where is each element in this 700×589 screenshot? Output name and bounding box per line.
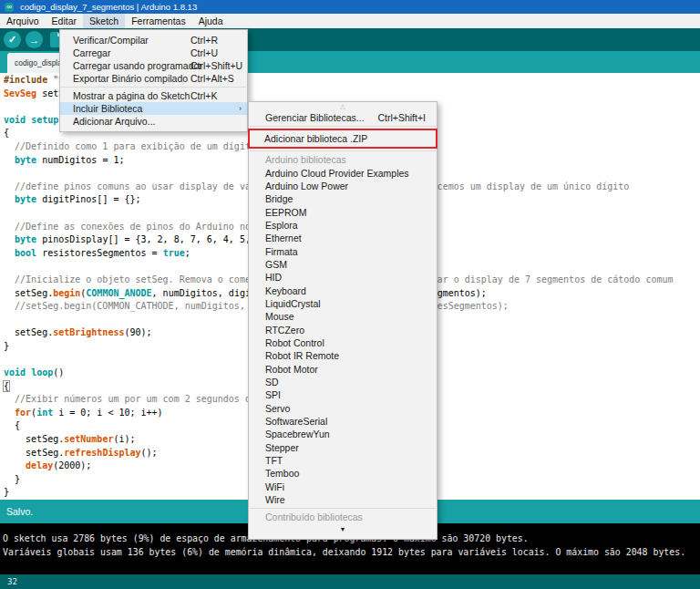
- submenu-item-gerenciar-bibliotecas-[interactable]: Gerenciar Bibliotecas...Ctrl+Shift+I: [249, 111, 437, 124]
- submenu-item-mouse[interactable]: Mouse: [249, 310, 437, 323]
- current-line-number: 32: [7, 577, 17, 586]
- code-token: {: [4, 381, 9, 391]
- menu-item-carregar[interactable]: CarregarCtrl+U: [60, 46, 247, 59]
- menu-item-carregar-usando-programador[interactable]: Carregar usando programadorCtrl+Shift+U: [60, 59, 247, 72]
- submenu-arrow-icon: ›: [239, 104, 242, 113]
- code-token: {: [4, 128, 9, 138]
- submenu-item-servo[interactable]: Servo: [249, 402, 437, 415]
- submenu-item-ethernet[interactable]: Ethernet: [249, 232, 437, 244]
- submenu-item-eeprom[interactable]: EEPROM: [249, 205, 437, 218]
- console-line: Variáveis globais usam 136 bytes (6%) de…: [3, 546, 700, 560]
- code-token: loop: [31, 367, 53, 377]
- menu-item-mostrar-a-p-gina-do-sketch[interactable]: Mostrar a página do SketchCtrl+K: [60, 89, 247, 102]
- submenu-item-label: Servo: [265, 403, 290, 414]
- submenu-item-label: SoftwareSerial: [265, 416, 327, 427]
- submenu-item-bridge[interactable]: Bridge: [249, 192, 437, 205]
- submenu-item-gsm[interactable]: GSM: [249, 258, 437, 271]
- submenu-item-spacebrewyun[interactable]: SpacebrewYun: [249, 428, 437, 440]
- submenu-item-firmata[interactable]: Firmata: [249, 244, 437, 257]
- code-token: byte: [15, 194, 36, 204]
- menubar-item-ajuda[interactable]: Ajuda: [192, 14, 230, 28]
- submenu-item-label: Temboo: [265, 468, 299, 479]
- submenu-item-label: Arduino Cloud Provider Examples: [265, 168, 409, 179]
- line-status-bar: 32: [0, 574, 700, 589]
- menu-item-adicionar-arquivo-[interactable]: Adicionar Arquivo...: [60, 115, 247, 128]
- menu-item-adicionar-biblioteca-zip[interactable]: Adicionar biblioteca .ZIP: [248, 129, 438, 149]
- submenu-item-liquidcrystal[interactable]: LiquidCrystal: [249, 297, 437, 310]
- menu-item-shortcut: Ctrl+K: [190, 90, 217, 101]
- arduino-app-icon: ∞: [5, 3, 14, 12]
- menu-item-verificar-compilar[interactable]: Verificar/CompilarCtrl+R: [60, 34, 247, 46]
- submenu-item-label: LiquidCrystal: [265, 298, 321, 309]
- code-token: COMMON_ANODE: [86, 288, 151, 298]
- submenu-item-wire[interactable]: Wire: [249, 493, 437, 506]
- submenu-item-arduino-cloud-provider-examples[interactable]: Arduino Cloud Provider Examples: [249, 166, 437, 179]
- menubar-item-editar[interactable]: Editar: [46, 14, 83, 28]
- menu-item-label: Exportar Binário compilado: [73, 73, 188, 84]
- code-token: setSeg.: [4, 434, 64, 444]
- code-token: ();: [141, 448, 158, 458]
- menu-item-exportar-bin-rio-compilado[interactable]: Exportar Binário compiladoCtrl+Alt+S: [60, 72, 247, 85]
- code-token: [4, 234, 15, 244]
- menu-item-label: Carregar usando programador: [73, 60, 202, 71]
- menu-item-label: Incluir Biblioteca: [73, 103, 142, 114]
- code-token: setup: [31, 115, 58, 125]
- submenu-item-label: Bridge: [265, 193, 293, 204]
- menu-item-incluir-biblioteca[interactable]: Incluir Biblioteca›: [60, 102, 247, 115]
- menubar-item-arquivo[interactable]: Arquivo: [0, 14, 46, 28]
- status-message: Salvo.: [6, 506, 33, 517]
- submenu-item-hid[interactable]: HID: [249, 271, 437, 284]
- scroll-up-icon[interactable]: △: [249, 102, 437, 111]
- scroll-down-icon[interactable]: ▼: [249, 524, 437, 535]
- code-token: for: [15, 408, 31, 418]
- menu-separator: [250, 126, 436, 127]
- menu-item-label: Adicionar Arquivo...: [73, 116, 155, 127]
- submenu-item-wifi[interactable]: WiFi: [249, 480, 437, 493]
- code-token: void: [4, 367, 26, 377]
- arduino-ide-window: ∞ codigo_display_7_segmentos | Arduino 1…: [0, 0, 700, 589]
- submenu-item-label: Robot IR Remote: [265, 350, 339, 361]
- submenu-item-robot-motor[interactable]: Robot Motor: [249, 363, 437, 376]
- menu-separator: [250, 508, 436, 509]
- code-token: int: [36, 408, 53, 418]
- code-token: (i);: [113, 434, 135, 444]
- submenu-section-header: Contribuído bibliotecas: [249, 511, 437, 523]
- menu-separator: [61, 87, 246, 88]
- submenu-item-softwareserial[interactable]: SoftwareSerial: [249, 415, 437, 428]
- code-token: SevSeg: [4, 88, 36, 98]
- submenu-item-arduino-low-power[interactable]: Arduino Low Power: [249, 180, 437, 192]
- submenu-item-label: Firmata: [265, 246, 298, 257]
- submenu-item-label: Arduino Low Power: [265, 181, 348, 191]
- code-token: i = 0; i < 10; i++): [53, 408, 162, 418]
- verify-button[interactable]: ✓: [4, 31, 21, 48]
- upload-button[interactable]: →: [26, 31, 43, 48]
- code-token: (): [53, 367, 64, 377]
- menubar-item-sketch[interactable]: Sketch: [83, 14, 125, 28]
- submenu-item-keyboard[interactable]: Keyboard: [249, 284, 437, 296]
- submenu-item-esplora[interactable]: Esplora: [249, 219, 437, 232]
- code-token: [4, 460, 26, 470]
- code-token: }: [4, 474, 20, 484]
- submenu-item-stepper[interactable]: Stepper: [249, 441, 437, 454]
- code-token: ;: [185, 248, 190, 258]
- submenu-item-sd[interactable]: SD: [249, 376, 437, 388]
- submenu-item-label: SPI: [265, 389, 281, 400]
- submenu-item-label: SpacebrewYun: [265, 429, 330, 439]
- submenu-item-label: Ethernet: [265, 232, 302, 243]
- code-token: setSeg.: [4, 448, 64, 458]
- submenu-item-spi[interactable]: SPI: [249, 388, 437, 401]
- submenu-item-label: EEPROM: [265, 207, 307, 218]
- submenu-item-robot-ir-remote[interactable]: Robot IR Remote: [249, 349, 437, 362]
- submenu-item-robot-control[interactable]: Robot Control: [249, 336, 437, 349]
- submenu-item-rtczero[interactable]: RTCZero: [249, 323, 437, 336]
- code-token: [4, 408, 15, 418]
- code-token: byte: [15, 155, 36, 165]
- code-token: [4, 248, 15, 258]
- code-token: }: [4, 487, 9, 497]
- menu-separator: [250, 150, 436, 151]
- submenu-item-tft[interactable]: TFT: [249, 454, 437, 467]
- submenu-item-label: Esplora: [265, 220, 298, 231]
- submenu-item-label: SD: [265, 377, 279, 388]
- menubar-item-ferramentas[interactable]: Ferramentas: [125, 14, 192, 28]
- submenu-item-temboo[interactable]: Temboo: [249, 467, 437, 480]
